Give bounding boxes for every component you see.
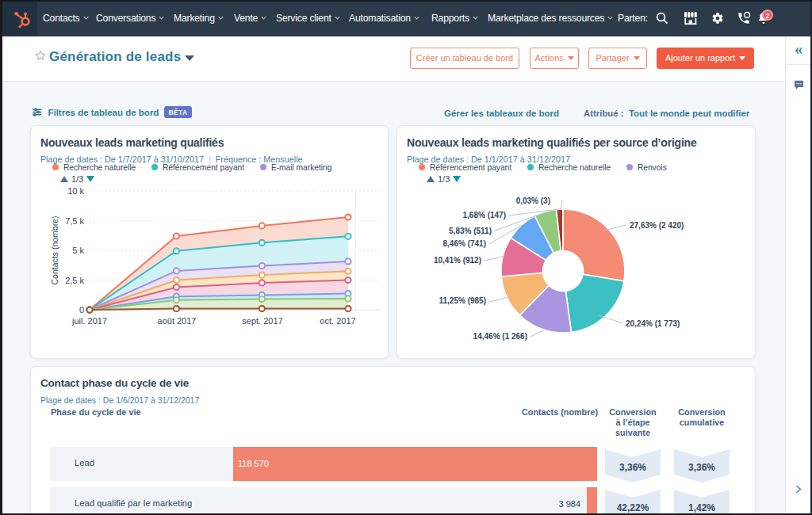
svg-text:10,41% (912): 10,41% (912)	[434, 256, 481, 265]
svg-text:août 2017: août 2017	[158, 316, 197, 326]
svg-text:2,5 k: 2,5 k	[65, 276, 84, 285]
svg-text:42,22%: 42,22%	[617, 502, 649, 513]
svg-text:Contacts (nombre): Contacts (nombre)	[50, 216, 59, 285]
svg-text:juil. 2017: juil. 2017	[71, 316, 107, 326]
svg-text:sept. 2017: sept. 2017	[242, 316, 282, 326]
svg-text:20,24% (1 773): 20,24% (1 773)	[626, 319, 680, 328]
svg-text:5 k: 5 k	[72, 246, 84, 255]
svg-text:7,5 k: 7,5 k	[65, 216, 84, 226]
svg-text:14,46% (1 266): 14,46% (1 266)	[473, 332, 527, 341]
svg-text:5,83% (511): 5,83% (511)	[449, 227, 492, 235]
svg-text:1,68% (147): 1,68% (147)	[463, 211, 506, 219]
svg-text:8,46% (741): 8,46% (741)	[443, 239, 486, 248]
svg-text:27,63% (2 420): 27,63% (2 420)	[630, 221, 684, 230]
svg-text:0: 0	[79, 305, 84, 315]
svg-text:11,25% (985): 11,25% (985)	[439, 296, 487, 305]
svg-text:10 k: 10 k	[67, 186, 84, 196]
svg-text:3,36%: 3,36%	[619, 462, 646, 473]
svg-text:1,42%: 1,42%	[688, 502, 715, 513]
svg-text:0,03% (3): 0,03% (3)	[516, 196, 550, 205]
svg-text:3,36%: 3,36%	[688, 462, 715, 473]
svg-text:oct. 2017: oct. 2017	[320, 316, 355, 326]
